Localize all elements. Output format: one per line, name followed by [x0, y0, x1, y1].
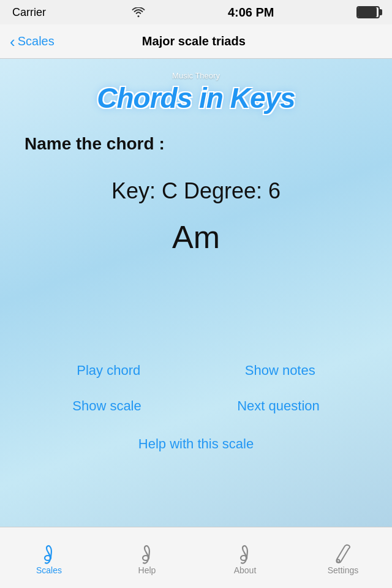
play-chord-button[interactable]: Play chord: [64, 355, 153, 386]
back-arrow-icon: ‹: [10, 34, 15, 50]
tab-scales-label: Scales: [36, 565, 62, 575]
tab-help[interactable]: Help: [98, 536, 196, 580]
tab-settings-label: Settings: [328, 565, 359, 575]
logo-container: Music Theory Chords in Keys: [97, 71, 295, 115]
scales-icon: [37, 541, 61, 565]
nav-title: Major scale triads: [55, 34, 333, 48]
help-scale-button[interactable]: Help with this scale: [126, 429, 266, 459]
show-scale-button[interactable]: Show scale: [60, 391, 154, 421]
tab-bar: Scales Help About Settings: [0, 527, 392, 588]
logo-subtitle: Music Theory: [97, 71, 295, 80]
actions-row-2: Show scale Next question: [0, 391, 392, 421]
svg-point-3: [337, 559, 340, 562]
back-label: Scales: [18, 34, 55, 48]
logo-title: Chords in Keys: [97, 81, 295, 115]
actions-container: Play chord Show notes Show scale Next qu…: [0, 355, 392, 459]
status-bar: Carrier 4:06 PM: [0, 0, 392, 24]
show-notes-button[interactable]: Show notes: [233, 355, 328, 386]
actions-row-1: Play chord Show notes: [0, 355, 392, 386]
key-degree-display: Key: C Degree: 6: [111, 178, 281, 204]
about-icon: [233, 541, 257, 565]
wifi-icon: [132, 7, 145, 17]
help-icon: [135, 541, 159, 565]
next-question-button[interactable]: Next question: [225, 391, 332, 421]
tab-settings[interactable]: Settings: [294, 536, 392, 580]
tab-about-label: About: [234, 565, 257, 575]
carrier-label: Carrier: [12, 6, 46, 19]
status-time: 4:06 PM: [228, 6, 274, 20]
tab-about[interactable]: About: [196, 536, 294, 580]
battery-icon: [356, 6, 380, 18]
question-prompt: Name the chord :: [0, 134, 165, 154]
main-content: Music Theory Chords in Keys Name the cho…: [0, 59, 392, 527]
nav-bar: ‹ Scales Major scale triads: [0, 24, 392, 59]
tab-help-label: Help: [138, 565, 156, 575]
chord-answer-display: Am: [172, 219, 220, 255]
settings-icon: [331, 541, 355, 565]
back-button[interactable]: ‹ Scales: [10, 34, 55, 50]
tab-scales[interactable]: Scales: [0, 536, 98, 580]
